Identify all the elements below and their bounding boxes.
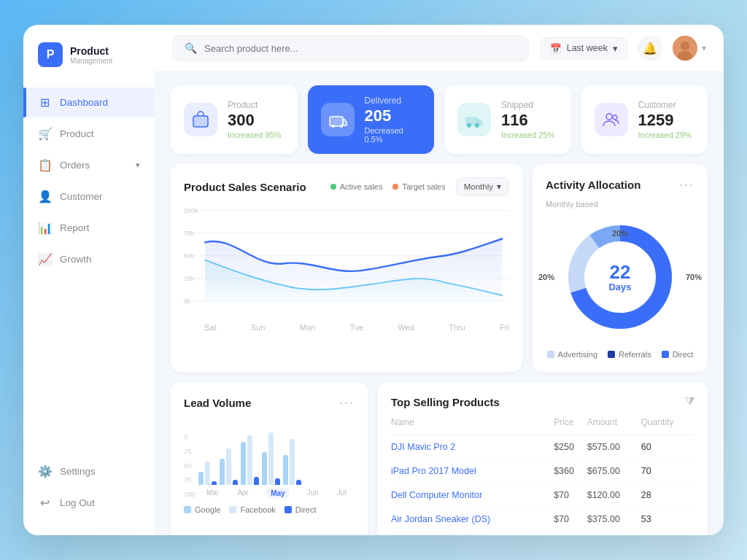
svg-text:75k: 75k bbox=[184, 230, 195, 237]
filter-icon[interactable]: ⧩ bbox=[685, 395, 694, 408]
x-sat: Sat bbox=[204, 323, 217, 332]
stat-change: Increased 29% bbox=[638, 131, 692, 139]
product-name-2[interactable]: iPad Pro 2017 Model bbox=[391, 459, 554, 483]
product-name-3[interactable]: Dell Computer Monitor bbox=[391, 483, 554, 508]
search-bar[interactable]: 🔍 bbox=[172, 35, 529, 61]
stat-value: 205 bbox=[365, 107, 422, 125]
bar-jul-google bbox=[283, 455, 288, 485]
avatar bbox=[673, 36, 697, 61]
legend-facebook: Facebook bbox=[229, 505, 275, 514]
col-price: Price bbox=[554, 417, 587, 435]
charts-row: Product Sales Scenario Active sales Targ… bbox=[155, 154, 724, 372]
product-stat-icon bbox=[184, 103, 217, 136]
stat-label: Delivered bbox=[365, 96, 422, 106]
stat-info-product: Product 300 Increased 95% bbox=[228, 100, 281, 139]
sidebar-item-label: Growth bbox=[60, 254, 92, 265]
logo-icon: P bbox=[38, 42, 63, 67]
search-input[interactable] bbox=[204, 43, 516, 54]
svg-text:0k: 0k bbox=[184, 298, 191, 305]
svg-text:25k: 25k bbox=[184, 275, 195, 282]
header: 🔍 📅 Last week ▾ 🔔 bbox=[155, 25, 724, 72]
logo-sub: Management bbox=[70, 57, 112, 65]
table-row: DJI Mavic Pro 2 $250 $575.00 60 bbox=[391, 435, 694, 459]
col-amount: Amount bbox=[587, 417, 641, 435]
chevron-down-icon: ▾ bbox=[702, 43, 706, 53]
dashboard-icon: ⊞ bbox=[38, 96, 51, 109]
stats-row: Product 300 Increased 95% Delivered bbox=[155, 72, 724, 154]
bar-chart-area: 1007550250 bbox=[184, 419, 355, 498]
bar-x-axis: Mar Apr May Jun Jul bbox=[198, 489, 355, 498]
orders-icon: 📋 bbox=[38, 158, 51, 172]
avatar-wrap[interactable]: ▾ bbox=[673, 36, 706, 61]
table-row: Air Jordan Sneaker (DS) $70 $375.00 53 bbox=[391, 508, 694, 532]
sidebar-item-orders[interactable]: 📋 Orders ▾ bbox=[23, 150, 155, 180]
stat-value: 1259 bbox=[638, 112, 692, 129]
sales-chart-xaxis: Sat Sun Mon Tue Wed Thru Fri bbox=[184, 320, 509, 332]
dots-menu[interactable]: ··· bbox=[679, 177, 694, 192]
x-mon: Mon bbox=[300, 323, 315, 332]
x-wed: Wed bbox=[398, 323, 414, 332]
sales-chart-title: Product Sales Scenario bbox=[184, 181, 306, 193]
main-content: 🔍 📅 Last week ▾ 🔔 bbox=[155, 25, 724, 535]
notification-button[interactable]: 🔔 bbox=[638, 36, 662, 61]
product-name-1[interactable]: DJI Mavic Pro 2 bbox=[391, 435, 554, 459]
svg-point-11 bbox=[606, 114, 612, 120]
svg-point-12 bbox=[613, 115, 617, 120]
legend-dot-orange bbox=[392, 184, 398, 190]
sidebar-item-growth[interactable]: 📈 Growth bbox=[23, 244, 155, 274]
bar-apr-facebook bbox=[226, 448, 231, 485]
sidebar-item-report[interactable]: 📊 Report bbox=[23, 213, 155, 243]
growth-icon: 📈 bbox=[38, 252, 51, 266]
bar-apr-direct bbox=[233, 480, 238, 485]
sidebar-item-label: Report bbox=[60, 222, 90, 233]
bar-may-google bbox=[241, 442, 246, 485]
col-quantity: Quantity bbox=[641, 417, 694, 435]
svg-rect-3 bbox=[193, 116, 208, 127]
legend-google: Google bbox=[184, 505, 220, 514]
sidebar-item-dashboard[interactable]: ⊞ Dashboard bbox=[23, 88, 155, 117]
stat-label: Shipped bbox=[501, 100, 554, 110]
period-selector[interactable]: Monthly ▾ bbox=[456, 177, 509, 196]
product-amount-2: $675.00 bbox=[587, 459, 641, 483]
sidebar-item-label: Settings bbox=[60, 466, 96, 477]
legend-direct-lead: Direct bbox=[285, 505, 317, 514]
legend-referrals: Referrals bbox=[608, 350, 651, 359]
stat-card-delivered: Delivered 205 Decreased 0.5% bbox=[308, 85, 435, 154]
product-qty-2: 70 bbox=[641, 459, 694, 483]
activity-chart-header: Activity Allocation ··· bbox=[546, 177, 694, 192]
sidebar-item-settings[interactable]: ⚙️ Settings bbox=[23, 456, 155, 486]
donut-days: 22 bbox=[608, 262, 631, 281]
sidebar-item-logout[interactable]: ↩ Log Out bbox=[23, 488, 155, 518]
calendar-icon: 📅 bbox=[550, 43, 562, 54]
col-name: Name bbox=[391, 417, 554, 435]
legend-dot-green bbox=[330, 184, 336, 190]
table-row: iPad Pro 2017 Model $360 $675.00 70 bbox=[391, 459, 694, 483]
svg-point-7 bbox=[340, 125, 343, 128]
sidebar-item-product[interactable]: 🛒 Product bbox=[23, 119, 155, 149]
date-filter-label: Last week bbox=[567, 43, 608, 53]
product-icon: 🛒 bbox=[38, 127, 51, 141]
product-price-4: $70 bbox=[554, 508, 587, 532]
bar-mar-google bbox=[198, 472, 204, 485]
bottom-row: Lead Volume ··· 1007550250 bbox=[155, 372, 724, 535]
x-sun: Sun bbox=[251, 323, 266, 332]
sales-chart-header: Product Sales Scenario Active sales Targ… bbox=[184, 177, 509, 196]
lead-volume-card: Lead Volume ··· 1007550250 bbox=[171, 382, 368, 535]
stat-change: Decreased 0.5% bbox=[365, 126, 422, 144]
sidebar-logo: P Product Management bbox=[23, 42, 155, 88]
sidebar-item-label: Product bbox=[60, 128, 94, 139]
logo-text: Product Management bbox=[70, 45, 112, 65]
date-filter[interactable]: 📅 Last week ▾ bbox=[541, 37, 627, 60]
lead-dots-menu[interactable]: ··· bbox=[339, 395, 355, 411]
bar-may-direct bbox=[254, 477, 259, 485]
product-amount-4: $375.00 bbox=[587, 508, 641, 532]
bar-jun-direct bbox=[275, 478, 280, 485]
table-head: Name Price Amount Quantity bbox=[391, 417, 694, 435]
report-icon: 📊 bbox=[38, 221, 51, 235]
bar-group-jun bbox=[262, 432, 280, 485]
svg-point-6 bbox=[332, 125, 335, 128]
product-name-4[interactable]: Air Jordan Sneaker (DS) bbox=[391, 508, 554, 532]
settings-icon: ⚙️ bbox=[38, 464, 51, 478]
stat-info-delivered: Delivered 205 Decreased 0.5% bbox=[365, 96, 422, 144]
sidebar-item-customer[interactable]: 👤 Customer bbox=[23, 182, 155, 211]
